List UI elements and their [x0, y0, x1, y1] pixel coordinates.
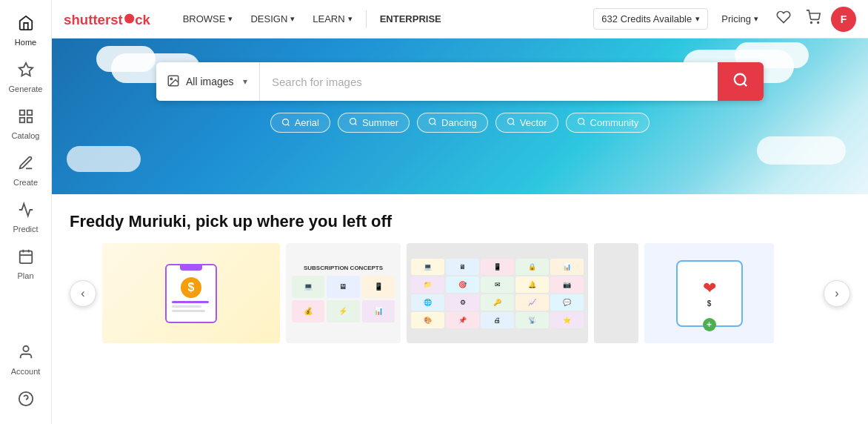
svg-rect-3: [27, 118, 31, 122]
svg-point-13: [124, 13, 134, 23]
thumbnail-5[interactable]: ❤ $ +: [644, 243, 774, 343]
chevron-right-icon: ›: [835, 287, 838, 300]
svg-point-9: [23, 346, 28, 351]
tag-community[interactable]: Community: [566, 113, 650, 133]
avatar-button[interactable]: F: [831, 7, 856, 32]
subscription-content: SUBSCRIPTION CONCEPTS 💻 🖥 📱 💰 ⚡ 📊: [286, 259, 401, 328]
credits-chevron-icon: ▾: [695, 14, 700, 24]
icon-grid-content: 💻 🖥 📱 🔒 📊 📁 🎯 ✉ 🔔 📷 🌐 ⚙ 🔑 📈: [407, 254, 588, 333]
plan-icon: [18, 248, 34, 268]
heart-monitor-icon: ❤: [703, 279, 716, 298]
browse-chevron-icon: ▾: [228, 14, 233, 24]
tag-aerial[interactable]: Aerial: [270, 113, 330, 133]
nav-design[interactable]: DESIGN ▾: [243, 9, 302, 29]
nav-browse[interactable]: BROWSE ▾: [176, 9, 241, 29]
line-1: [172, 301, 209, 303]
sidebar-item-create[interactable]: Create: [0, 148, 51, 194]
sub-cell-4: 💰: [292, 300, 324, 322]
billing-icon-container: $: [165, 264, 217, 323]
search-icon: [732, 72, 749, 92]
design-chevron-icon: ▾: [290, 14, 295, 24]
nav-divider: [366, 10, 367, 28]
svg-rect-1: [19, 110, 24, 115]
svg-text:shutterst: shutterst: [64, 11, 123, 27]
section-title: Freddy Muriuki, pick up where you left o…: [70, 212, 850, 231]
search-bar: All images ▾: [156, 62, 764, 101]
search-type-chevron-icon: ▾: [243, 76, 247, 87]
learn-chevron-icon: ▾: [348, 14, 353, 24]
thumbnail-3[interactable]: 💻 🖥 📱 🔒 📊 📁 🎯 ✉ 🔔 📷 🌐 ⚙ 🔑 📈: [407, 243, 588, 343]
sub-cell-1: 💻: [292, 276, 324, 298]
sidebar-item-help[interactable]: [0, 383, 51, 418]
svg-text:ck: ck: [135, 11, 150, 27]
svg-point-29: [578, 119, 584, 125]
tag-summer-search-icon: [349, 117, 358, 128]
svg-line-30: [583, 123, 584, 125]
pricing-button[interactable]: Pricing ▾: [714, 9, 766, 29]
sidebar-item-account[interactable]: Account: [0, 337, 51, 383]
svg-rect-2: [27, 110, 31, 115]
billing-lines: [169, 298, 213, 315]
tag-dancing[interactable]: Dancing: [417, 113, 488, 133]
sidebar-item-generate[interactable]: Generate: [0, 54, 51, 101]
thumbnail-1[interactable]: $: [102, 243, 280, 343]
sub-cell-5: ⚡: [327, 300, 359, 322]
dollar-icon: $: [181, 277, 201, 298]
search-button[interactable]: [718, 62, 764, 101]
sub-cell-6: 📊: [362, 300, 395, 322]
tag-aerial-search-icon: [281, 118, 290, 128]
search-tags: Aerial Summer Dancing: [270, 113, 650, 133]
carousel-next-button[interactable]: ›: [824, 280, 850, 307]
sidebar-item-home-label: Home: [15, 38, 36, 47]
image-carousel: ‹ $: [70, 243, 850, 343]
tag-vector-search-icon: [507, 117, 515, 128]
favorites-button[interactable]: [772, 5, 795, 33]
svg-point-23: [350, 119, 355, 125]
nav-learn[interactable]: LEARN ▾: [305, 9, 359, 29]
svg-point-18: [170, 78, 172, 79]
svg-point-19: [735, 73, 746, 85]
thumbnail-4[interactable]: [594, 243, 638, 343]
search-input[interactable]: [260, 62, 718, 101]
sidebar: Home Generate Catalog Create: [0, 0, 52, 424]
cloud-6: [757, 136, 846, 165]
sub-grid: 💻 🖥 📱 💰 ⚡ 📊: [292, 276, 395, 322]
carousel-prev-button[interactable]: ‹: [70, 280, 96, 307]
sub-cell-3: 📱: [362, 276, 395, 298]
tag-vector[interactable]: Vector: [495, 113, 558, 133]
medical-billing-content: ❤ $ +: [644, 243, 774, 343]
tag-summer[interactable]: Summer: [338, 113, 410, 133]
generate-icon: [18, 62, 34, 82]
svg-rect-4: [19, 118, 24, 122]
pricing-chevron-icon: ▾: [754, 14, 758, 24]
svg-point-16: [818, 22, 819, 24]
nav-links: BROWSE ▾ DESIGN ▾ LEARN ▾ ENTERPRISE: [176, 9, 585, 29]
svg-line-24: [355, 123, 356, 125]
svg-point-27: [507, 119, 513, 125]
hero-content: All images ▾: [52, 39, 868, 133]
thumbnail-2[interactable]: SUBSCRIPTION CONCEPTS 💻 🖥 📱 💰 ⚡ 📊: [286, 243, 401, 343]
sidebar-item-account-label: Account: [11, 367, 41, 376]
search-type-dropdown[interactable]: All images ▾: [156, 62, 260, 101]
logo[interactable]: shutterst ck: [64, 9, 161, 30]
nav-enterprise[interactable]: ENTERPRISE: [373, 9, 449, 29]
sidebar-item-catalog[interactable]: Catalog: [0, 101, 51, 148]
avatar-initials: F: [841, 13, 847, 25]
home-icon: [18, 15, 34, 35]
sidebar-item-plan[interactable]: Plan: [0, 241, 51, 288]
credits-label: 632 Credits Available: [601, 13, 692, 24]
catalog-icon: [18, 108, 34, 128]
topnav: shutterst ck BROWSE ▾ DESIGN ▾ LEARN ▾ E…: [52, 0, 868, 39]
sidebar-item-home[interactable]: Home: [0, 7, 51, 54]
sidebar-item-create-label: Create: [13, 178, 38, 187]
cloud-5: [67, 146, 141, 172]
sidebar-item-predict[interactable]: Predict: [0, 194, 51, 241]
billing-icon: $: [165, 264, 217, 323]
cart-button[interactable]: [801, 5, 825, 33]
svg-line-26: [434, 123, 435, 125]
tag-community-search-icon: [577, 117, 586, 128]
hero-section: All images ▾: [52, 39, 868, 194]
credits-button[interactable]: 632 Credits Available ▾: [593, 8, 708, 30]
medical-icon: ❤ $ +: [676, 260, 743, 327]
sidebar-item-catalog-label: Catalog: [12, 131, 40, 140]
